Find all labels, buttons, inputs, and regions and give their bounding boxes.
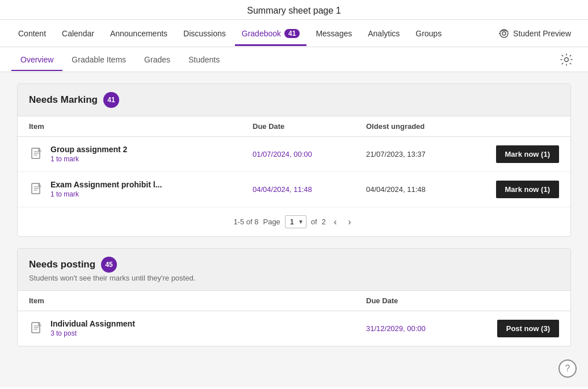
posting-item-cell-1: Individual Assignment 3 to post bbox=[29, 319, 366, 338]
item-name-2: Exam Assignment prohibit l... bbox=[51, 180, 162, 189]
document-icon bbox=[29, 145, 45, 164]
svg-point-3 bbox=[565, 57, 569, 61]
pagination-prev-button[interactable]: ‹ bbox=[330, 216, 340, 228]
nav-item-announcements[interactable]: Announcements bbox=[103, 21, 174, 46]
oldest-ungraded-2: 04/04/2024, 11:48 bbox=[366, 185, 480, 194]
posting-item-sub-1: 3 to post bbox=[51, 329, 135, 337]
posting-item-name-1: Individual Assignment bbox=[51, 319, 135, 328]
action-cell-1: Mark now (1) bbox=[480, 145, 559, 163]
item-sub-2: 1 to mark bbox=[51, 190, 162, 198]
pagination-total: 2 bbox=[322, 217, 326, 226]
action-cell-2: Mark now (1) bbox=[480, 181, 559, 198]
main-content: Needs Marking 41 Item Due Date Oldest un… bbox=[0, 72, 588, 387]
posting-col-item: Item bbox=[29, 296, 366, 305]
page-title: Summary sheet page 1 bbox=[0, 0, 588, 20]
needs-posting-badge: 45 bbox=[101, 257, 117, 273]
needs-marking-table-header: Item Due Date Oldest ungraded bbox=[18, 116, 570, 137]
page-select[interactable]: 1 2 bbox=[285, 215, 306, 228]
due-date-2: 04/04/2024, 11:48 bbox=[253, 185, 366, 194]
oldest-ungraded-1: 21/07/2023, 13:37 bbox=[366, 150, 480, 158]
question-mark-icon: ? bbox=[565, 363, 570, 374]
needs-posting-title: Needs posting bbox=[29, 259, 95, 270]
sub-nav: Overview Gradable Items Grades Students bbox=[0, 47, 588, 72]
nav-item-gradebook[interactable]: Gradebook 41 bbox=[235, 21, 307, 46]
needs-posting-table-header: Item Due Date bbox=[18, 291, 570, 311]
document-icon bbox=[29, 320, 45, 338]
needs-posting-subtitle: Students won't see their marks until the… bbox=[29, 274, 195, 282]
sub-nav-items: Overview Gradable Items Grades Students bbox=[11, 48, 229, 71]
pagination: 1-5 of 8 Page 1 2 ▼ of 2 ‹ › bbox=[18, 207, 570, 236]
table-row: Individual Assignment 3 to post 31/12/20… bbox=[18, 311, 570, 346]
item-cell-2: Exam Assignment prohibit l... 1 to mark bbox=[29, 180, 253, 199]
pagination-next-button[interactable]: › bbox=[345, 216, 354, 228]
pagination-page-label: Page bbox=[263, 217, 280, 226]
posting-col-due-date: Due Date bbox=[366, 296, 480, 305]
nav-item-analytics[interactable]: Analytics bbox=[361, 21, 406, 46]
tab-overview[interactable]: Overview bbox=[11, 48, 62, 71]
tab-gradable-items[interactable]: Gradable Items bbox=[62, 48, 135, 71]
needs-posting-header: Needs posting 45 Students won't see thei… bbox=[18, 249, 570, 291]
nav-item-content[interactable]: Content bbox=[11, 21, 53, 46]
student-preview-icon bbox=[498, 29, 510, 38]
pagination-summary: 1-5 of 8 bbox=[233, 217, 258, 226]
mark-now-button-2[interactable]: Mark now (1) bbox=[496, 181, 559, 198]
tab-students[interactable]: Students bbox=[179, 48, 229, 71]
needs-marking-card: Needs Marking 41 Item Due Date Oldest un… bbox=[17, 83, 571, 237]
item-details-1: Group assignment 2 1 to mark bbox=[51, 145, 127, 163]
posting-item-details-1: Individual Assignment 3 to post bbox=[51, 319, 135, 337]
item-sub-1: 1 to mark bbox=[51, 155, 127, 163]
page-select-wrapper: 1 2 ▼ bbox=[285, 215, 306, 228]
nav-item-discussions[interactable]: Discussions bbox=[177, 21, 233, 46]
item-name-1: Group assignment 2 bbox=[51, 145, 127, 154]
nav-item-groups[interactable]: Groups bbox=[409, 21, 448, 46]
nav-item-calendar[interactable]: Calendar bbox=[55, 21, 101, 46]
mark-now-button-1[interactable]: Mark now (1) bbox=[496, 145, 559, 163]
table-row: Group assignment 2 1 to mark 01/07/2024,… bbox=[18, 137, 570, 172]
nav-item-messages[interactable]: Messages bbox=[309, 21, 359, 46]
item-cell-1: Group assignment 2 1 to mark bbox=[29, 145, 253, 164]
due-date-1: 01/07/2024, 00:00 bbox=[253, 150, 366, 158]
posting-col-action bbox=[480, 296, 559, 305]
col-item: Item bbox=[29, 122, 253, 131]
post-now-button-1[interactable]: Post now (3) bbox=[497, 320, 559, 337]
posting-due-date-1: 31/12/2029, 00:00 bbox=[366, 324, 480, 333]
help-button[interactable]: ? bbox=[558, 359, 577, 378]
gear-icon bbox=[560, 53, 573, 66]
student-preview-label: Student Preview bbox=[513, 29, 571, 38]
table-row: Exam Assignment prohibit l... 1 to mark … bbox=[18, 172, 570, 207]
item-details-2: Exam Assignment prohibit l... 1 to mark bbox=[51, 180, 162, 198]
needs-posting-card: Needs posting 45 Students won't see thei… bbox=[17, 248, 571, 346]
pagination-of-label: of bbox=[311, 217, 317, 226]
svg-point-1 bbox=[502, 32, 506, 35]
needs-marking-header: Needs Marking 41 bbox=[18, 84, 570, 116]
settings-button[interactable] bbox=[556, 49, 577, 70]
top-nav-items: Content Calendar Announcements Discussio… bbox=[11, 21, 493, 46]
gradebook-badge: 41 bbox=[284, 29, 300, 38]
student-preview-button[interactable]: Student Preview bbox=[493, 26, 577, 41]
top-nav: Content Calendar Announcements Discussio… bbox=[0, 20, 588, 47]
needs-marking-title: Needs Marking bbox=[29, 94, 98, 106]
needs-posting-header-content: Needs posting 45 Students won't see thei… bbox=[29, 257, 195, 282]
tab-grades[interactable]: Grades bbox=[135, 48, 179, 71]
col-oldest-ungraded: Oldest ungraded bbox=[366, 122, 480, 131]
needs-marking-badge: 41 bbox=[103, 92, 119, 108]
document-icon bbox=[29, 181, 45, 199]
col-due-date: Due Date bbox=[253, 122, 366, 131]
col-action bbox=[480, 122, 559, 131]
posting-action-cell-1: Post now (3) bbox=[480, 320, 559, 337]
